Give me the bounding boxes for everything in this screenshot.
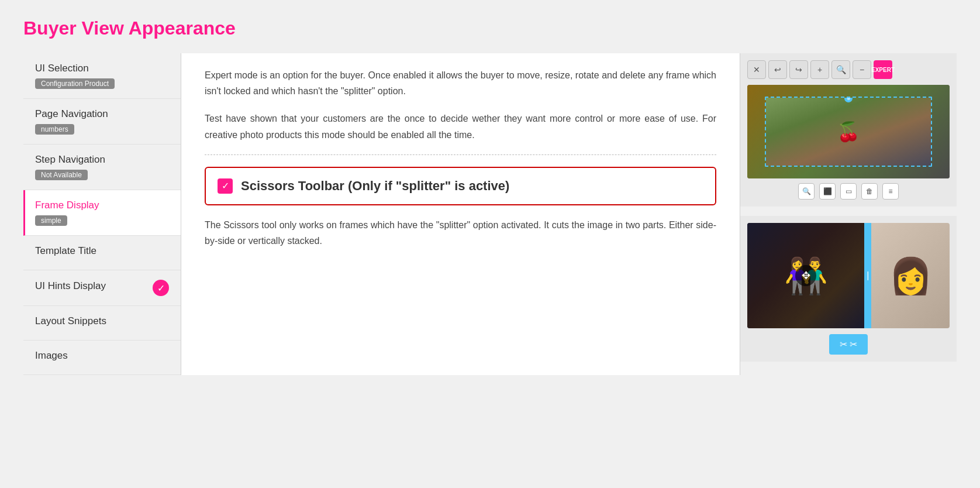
trash-mini-button[interactable]: 🗑 [861,183,878,200]
undo-button[interactable]: ↩ [768,60,787,79]
sidebar-item-ui-hints-display[interactable]: UI Hints Display ✓ [23,270,181,306]
page-title: Buyer View Appearance [23,18,957,39]
split-handle[interactable]: | [864,223,871,328]
content-area: Expert mode is an option for the buyer. … [181,53,740,375]
photo-frame: ⊕ 🍒 [765,97,932,167]
square-mini-button[interactable]: ⬛ [819,183,836,200]
scissors-checkbox[interactable]: ✓ [218,178,233,194]
close-button[interactable]: ✕ [747,60,766,79]
expert-mode-paragraph-2: Test have shown that your customers are … [205,111,716,142]
sidebar-badge: Configuration Product [35,78,115,89]
image-preview-bottom: 👫 ✥ | 👩 [747,223,950,328]
sidebar-badge: simple [35,215,67,226]
cherry-photo: ⊕ 🍒 [747,85,950,178]
add-button[interactable]: + [810,60,829,79]
sidebar-item-layout-snippets[interactable]: Layout Snippets [23,306,181,341]
bottom-mini-toolbar: 🔍 ⬛ ▭ 🗑 ≡ [747,183,950,200]
redo-button[interactable]: ↪ [789,60,808,79]
sidebar-item-label: Template Title [35,245,169,257]
sidebar-item-page-navigation[interactable]: Page Navigation numbers [23,99,181,145]
check-icon: ✓ [153,280,169,296]
zoom-button[interactable]: 🔍 [831,60,850,79]
sidebar-item-label: Step Navigation [35,154,169,166]
sidebar-item-template-title[interactable]: Template Title [23,236,181,270]
sidebar-item-images[interactable]: Images [23,341,181,375]
sidebar-item-step-navigation[interactable]: Step Navigation Not Available [23,145,181,190]
sidebar-item-label: Page Navigation [35,108,169,120]
move-icon: ✥ [795,265,816,286]
woman-photo: 👩 [871,223,950,328]
top-toolbar: ✕ ↩ ↪ + 🔍 − EXPERT [747,60,950,79]
sidebar-item-label: UI Selection [35,63,169,74]
expert-button[interactable]: EXPERT [874,60,892,79]
zoom-mini-button[interactable]: 🔍 [798,183,815,200]
sidebar-item-ui-selection[interactable]: UI Selection Configuration Product [23,53,181,99]
minus-button[interactable]: − [853,60,871,79]
sidebar-item-frame-display[interactable]: Frame Display simple [23,190,181,236]
preview-top: ✕ ↩ ↪ + 🔍 − EXPERT ⊕ 🍒 [740,53,957,207]
sidebar-item-label: UI Hints Display [35,280,106,292]
expert-mode-paragraph-1: Expert mode is an option for the buyer. … [205,67,716,99]
scissors-description: The Scissors tool only works on frames w… [205,217,716,249]
scissors-left-button[interactable]: ✂ ✂ [829,334,868,355]
right-panel: ✕ ↩ ↪ + 🔍 − EXPERT ⊕ 🍒 [740,53,957,375]
sidebar-badge: Not Available [35,170,88,180]
sidebar: UI Selection Configuration Product Page … [23,53,181,375]
scissors-toolbar-label: Scissors Toolbar (Only if "splitter" is … [241,178,509,194]
scissors-toolbar-bottom: ✂ ✂ [747,334,950,355]
sidebar-badge: numbers [35,124,74,135]
preview-bottom: 👫 ✥ | 👩 ✂ ✂ [740,216,957,362]
menu-mini-button[interactable]: ≡ [882,183,899,200]
sidebar-item-label: Images [35,350,169,362]
couple-photo: 👫 ✥ [747,223,864,328]
scissors-toolbar-section: ✓ Scissors Toolbar (Only if "splitter" i… [205,167,716,205]
image-preview-top: ⊕ 🍒 [747,85,950,178]
rect-mini-button[interactable]: ▭ [840,183,857,200]
content-divider [205,154,716,155]
sidebar-item-label: Layout Snippets [35,315,169,327]
sidebar-item-label: Frame Display [35,200,169,211]
